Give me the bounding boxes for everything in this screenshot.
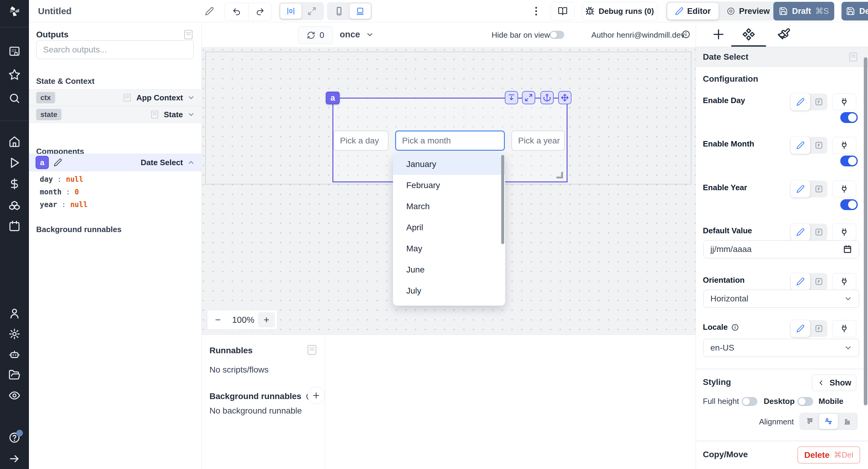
enable-month-toggle[interactable] — [840, 156, 858, 166]
align-horizontal-center-button[interactable] — [280, 4, 301, 19]
rename-pencil-icon[interactable] — [54, 158, 62, 167]
mobile-view-button[interactable] — [329, 4, 350, 19]
dropdown-scrollbar[interactable] — [501, 155, 504, 244]
edit-title-pencil-icon[interactable] — [205, 7, 214, 16]
calendar-icon[interactable] — [8, 220, 21, 232]
prop-day[interactable]: day : null — [40, 173, 88, 186]
month-option[interactable]: April — [393, 217, 505, 238]
undo-button[interactable] — [225, 7, 248, 16]
home-icon[interactable] — [8, 136, 21, 148]
panel-doc-icon[interactable] — [848, 52, 859, 62]
fx-expression-icon[interactable] — [810, 184, 827, 193]
canvas-grid[interactable]: a Pick a day Pick a month Pick a year — [202, 47, 695, 335]
boxes-icon[interactable] — [8, 199, 21, 211]
static-edit-pencil-icon[interactable] — [791, 273, 810, 290]
collapse-arrow-icon[interactable] — [8, 453, 21, 465]
connect-plug-button[interactable] — [832, 93, 856, 110]
info-icon[interactable] — [731, 323, 739, 331]
docs-book-button[interactable] — [551, 2, 575, 21]
month-option[interactable]: March — [393, 196, 505, 217]
tab-editor[interactable]: Editor — [667, 3, 718, 20]
settings-gear-icon[interactable] — [8, 328, 21, 340]
user-icon[interactable] — [8, 307, 21, 319]
tab-insert-plus-icon[interactable] — [712, 28, 725, 41]
connect-plug-button[interactable] — [832, 181, 856, 197]
static-edit-pencil-icon[interactable] — [791, 137, 810, 154]
month-option[interactable]: August — [393, 302, 505, 306]
year-input[interactable]: Pick a year — [512, 130, 565, 151]
locale-select[interactable]: en-US — [704, 339, 859, 357]
tab-preview[interactable]: Preview — [718, 3, 778, 20]
month-option[interactable]: July — [393, 280, 505, 302]
output-row-state[interactable]: state State — [29, 106, 202, 123]
search-icon[interactable] — [8, 92, 21, 104]
prop-year[interactable]: year : null — [40, 198, 88, 211]
component-row-date-select[interactable]: a Date Select — [29, 154, 202, 171]
search-outputs-input[interactable] — [36, 40, 194, 59]
connect-plug-button[interactable] — [832, 273, 856, 290]
folder-icon[interactable] — [8, 369, 21, 381]
panel-doc-icon[interactable] — [183, 29, 194, 40]
fx-expression-icon[interactable] — [810, 97, 827, 106]
zoom-out-button[interactable]: − — [207, 314, 228, 325]
static-edit-pencil-icon[interactable] — [791, 93, 810, 110]
windmill-logo-icon[interactable] — [7, 4, 22, 19]
debug-runs-button[interactable]: Debug runs (0) — [582, 2, 657, 21]
desktop-view-button[interactable] — [350, 4, 371, 19]
tab-styling-brush-icon[interactable] — [777, 28, 790, 41]
static-edit-pencil-icon[interactable] — [791, 181, 810, 197]
info-icon[interactable] — [681, 30, 690, 39]
month-option[interactable]: February — [393, 175, 505, 196]
anchor-handle-icon[interactable] — [540, 91, 554, 104]
star-icon[interactable] — [8, 69, 21, 81]
add-background-runnable-button[interactable] — [307, 387, 325, 404]
align-bottom-button[interactable] — [838, 414, 857, 429]
hide-bar-toggle[interactable] — [550, 31, 564, 39]
orientation-select[interactable]: Horizontal — [704, 290, 859, 308]
fullscreen-expand-button[interactable] — [301, 4, 322, 19]
month-option[interactable]: June — [393, 259, 505, 280]
fx-expression-icon[interactable] — [810, 324, 827, 333]
static-edit-pencil-icon[interactable] — [791, 224, 810, 241]
month-input[interactable]: Pick a month — [395, 130, 505, 151]
full-height-toggle[interactable] — [742, 397, 757, 406]
connect-plug-button[interactable] — [832, 224, 856, 241]
dollar-icon[interactable] — [8, 178, 21, 190]
enable-year-toggle[interactable] — [840, 199, 858, 210]
output-row-ctx[interactable]: ctx App Context — [29, 89, 202, 106]
resize-corner-handle[interactable] — [556, 172, 563, 179]
enable-day-toggle[interactable] — [840, 112, 858, 123]
deploy-button[interactable]: Deploy — [841, 2, 868, 21]
apps-icon[interactable] — [8, 45, 21, 57]
tab-component-settings-icon[interactable] — [742, 28, 755, 41]
fx-expression-icon[interactable] — [810, 277, 827, 286]
prop-month[interactable]: month : 0 — [40, 186, 88, 198]
align-center-button[interactable] — [819, 414, 838, 429]
expand-down-handle-icon[interactable] — [505, 91, 518, 104]
default-value-date-input[interactable]: jj/mm/aaaa — [704, 240, 859, 258]
zoom-in-button[interactable]: + — [258, 312, 275, 327]
eye-icon[interactable] — [8, 389, 21, 402]
maximize-handle-icon[interactable] — [522, 91, 535, 104]
align-top-button[interactable] — [801, 414, 819, 429]
draft-button[interactable]: Draft ⌘S — [773, 2, 834, 21]
connect-plug-button[interactable] — [832, 137, 856, 154]
refresh-count-button[interactable]: 0 — [298, 26, 333, 44]
redo-button[interactable] — [248, 7, 272, 16]
static-edit-pencil-icon[interactable] — [791, 320, 810, 337]
month-option[interactable]: January — [393, 154, 505, 175]
desktop-mobile-toggle[interactable] — [798, 397, 813, 406]
bot-icon[interactable] — [8, 348, 21, 361]
delete-component-button[interactable]: Delete ⌘Del — [798, 446, 860, 464]
panel-scrollbar[interactable] — [864, 57, 867, 405]
fx-expression-icon[interactable] — [810, 227, 827, 237]
panel-doc-icon[interactable] — [306, 344, 318, 356]
connect-plug-button[interactable] — [832, 320, 856, 337]
play-icon[interactable] — [8, 157, 21, 169]
fx-expression-icon[interactable] — [810, 141, 827, 150]
month-option[interactable]: May — [393, 238, 505, 259]
day-input[interactable]: Pick a day — [333, 130, 389, 151]
help-icon[interactable] — [8, 432, 21, 444]
refresh-mode-select[interactable]: once — [340, 30, 374, 39]
move-handle-icon[interactable] — [558, 91, 571, 104]
